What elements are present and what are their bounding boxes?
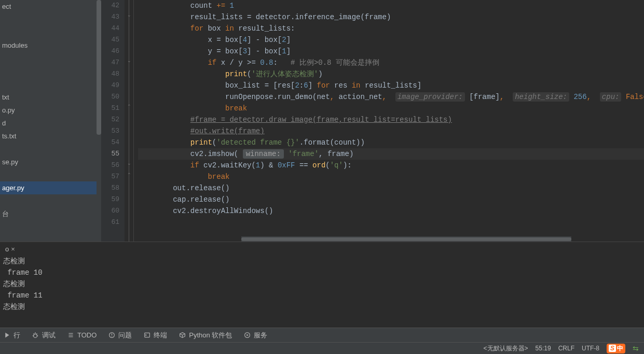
code-line[interactable]: for box in result_lists: [138,23,644,34]
play-icon [3,332,10,339]
code-line[interactable]: count += 1 [138,0,644,11]
status-encoding[interactable]: UTF-8 [582,345,599,352]
line-number[interactable]: 51 [101,103,119,114]
code-line[interactable]: break [138,171,644,182]
line-number[interactable]: 53 [101,125,119,137]
line-number[interactable]: 55 [101,148,119,160]
code-line[interactable]: print('进行人体姿态检测') [138,68,644,80]
sidebar-item[interactable]: se.py [0,155,101,168]
tool-window-bar: 行 调试 TODO 问题 终端 Python 软件包 服务 [0,328,644,342]
editor-hscrollbar-thumb[interactable] [241,237,571,241]
sidebar-item[interactable] [0,168,101,181]
toolwin-python-packages[interactable]: Python 软件包 [179,331,232,340]
line-number[interactable]: 45 [101,34,119,46]
terminal-icon [143,332,150,339]
editor[interactable]: 4243444546474849505152535455565758596061… [101,0,644,242]
line-number[interactable]: 60 [101,205,119,217]
code-line[interactable]: if cv2.waitKey(1) & 0xFF == ord('q'): [138,160,644,171]
line-number[interactable]: 43 [101,11,119,23]
code-line[interactable]: result_lists = detector.inference_image(… [138,11,644,23]
toolwin-services[interactable]: 服务 [243,331,267,340]
sidebar-item[interactable]: txt [0,91,101,104]
package-icon [179,332,186,339]
code-area[interactable]: count += 1 result_lists = detector.infer… [134,0,644,242]
toolwin-problems[interactable]: 问题 [108,331,132,340]
code-line[interactable]: #frame = detector.draw_image(frame,resul… [138,114,644,125]
line-number[interactable]: 48 [101,68,119,80]
code-line[interactable]: #out.write(frame) [138,125,644,137]
sidebar-item[interactable]: ager.py [0,181,101,194]
line-number[interactable]: 46 [101,46,119,57]
line-number[interactable]: 47 [101,57,119,68]
code-line[interactable]: break [138,103,644,114]
code-line[interactable]: cv2.imshow( winname: 'frame', frame) [138,148,644,160]
list-icon [67,332,74,339]
ime-indicator-icon[interactable]: S 中 [607,344,625,353]
sidebar-item[interactable]: ts.txt [0,130,101,143]
line-number[interactable]: 58 [101,182,119,194]
sidebar-item[interactable] [0,13,101,26]
sidebar-item[interactable] [0,143,101,155]
code-line[interactable]: runOpenpose.run_demo(net, action_net, im… [138,91,644,103]
svg-marker-19 [246,334,249,336]
close-icon[interactable]: × [11,244,15,255]
sidebar-item[interactable]: ect [0,0,101,13]
project-sidebar[interactable]: ectmodulestxto.pydts.txtse.pyager.py台 [0,0,101,242]
run-console[interactable]: o × 态检测 frame 10态检测 frame 11态检测 [0,242,644,328]
code-line[interactable]: out.release() [138,182,644,194]
line-number[interactable]: 52 [101,114,119,125]
toolwin-debug[interactable]: 调试 [32,331,56,340]
sidebar-item[interactable]: 台 [0,207,101,220]
toolwin-run[interactable]: 行 [3,331,20,340]
console-output-line: frame 10 [3,267,641,278]
fold-strip[interactable]: ⌄ ⌄ ⌃ ⌄ ⌃ [125,0,134,242]
line-number[interactable]: 49 [101,80,119,91]
toolwin-todo[interactable]: TODO [67,331,97,339]
bug-icon [32,332,39,339]
editor-gutter[interactable]: 4243444546474849505152535455565758596061 [101,0,125,242]
console-tab[interactable]: o × [3,244,17,255]
svg-line-15 [180,334,182,335]
sidebar-item[interactable] [0,78,101,91]
sidebar-item[interactable]: o.py [0,104,101,117]
status-bar: <无默认服务器> 55:19 CRLF UTF-8 S 中 ⇆ [0,342,644,354]
code-line[interactable]: y = box[3] - box[1] [138,46,644,57]
services-play-icon [243,332,251,339]
line-number[interactable]: 54 [101,137,119,148]
code-line[interactable]: cap.release() [138,194,644,205]
sidebar-scrollbar-track[interactable] [97,0,101,233]
code-line[interactable] [138,217,644,228]
line-number[interactable]: 56 [101,160,119,171]
sidebar-item[interactable]: modules [0,39,101,52]
svg-line-6 [36,333,37,334]
sync-icon[interactable]: ⇆ [633,344,639,352]
code-line[interactable]: cv2.destroyAllWindows() [138,205,644,217]
svg-rect-13 [144,333,149,337]
code-line[interactable]: print('detected frame {}'.format(count)) [138,137,644,148]
line-number[interactable]: 50 [101,91,119,103]
code-line[interactable]: box_list = [res[2:6] for res in result_l… [138,80,644,91]
console-output-line: frame 11 [3,290,641,301]
code-line[interactable]: if x / y >= 0.8: # 比例>0.8 可能会是摔倒 [138,57,644,68]
sidebar-item[interactable] [0,65,101,78]
line-number[interactable]: 59 [101,194,119,205]
toolwin-terminal[interactable]: 终端 [143,331,167,340]
status-line-sep[interactable]: CRLF [558,345,574,352]
sidebar-item[interactable]: d [0,117,101,130]
line-number[interactable]: 57 [101,171,119,182]
status-caret-pos[interactable]: 55:19 [536,345,551,352]
status-server[interactable]: <无默认服务器> [484,344,528,353]
svg-line-5 [34,333,35,334]
line-number[interactable]: 61 [101,217,119,228]
sidebar-item[interactable] [0,194,101,207]
line-number[interactable]: 44 [101,23,119,34]
sidebar-item[interactable] [0,52,101,65]
svg-marker-0 [5,333,9,338]
line-number[interactable]: 42 [101,0,119,11]
console-output-line: 态检测 [3,301,641,313]
code-line[interactable]: x = box[4] - box[2] [138,34,644,46]
sidebar-item[interactable] [0,26,101,39]
warning-icon [108,332,115,339]
sidebar-scrollbar-thumb[interactable] [97,0,101,135]
editor-hscrollbar[interactable] [241,236,571,242]
